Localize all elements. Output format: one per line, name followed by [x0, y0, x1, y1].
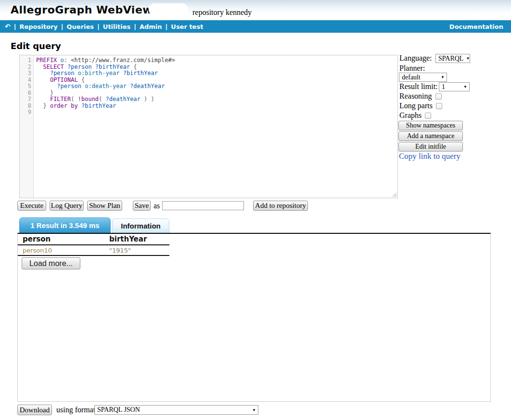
code-token: OPTIONAL [50, 76, 78, 83]
nav-items: |Repository|Queries|Utilities|Admin|User… [11, 23, 204, 30]
back-arrow-icon[interactable]: ↶ [5, 23, 11, 30]
planner-label: Planner: [399, 64, 425, 73]
result-resource-link[interactable]: person10 [18, 247, 104, 254]
code-token: { [133, 64, 137, 70]
nav-item-queries[interactable]: Queries [67, 23, 94, 30]
line-number: 1 [20, 57, 31, 64]
nav-item-documentation[interactable]: Documentation [449, 23, 503, 30]
page-title: Edit query [11, 41, 61, 51]
code-token: SELECT [43, 64, 64, 70]
line-number: 8 [20, 103, 31, 110]
save-name-input[interactable] [162, 201, 244, 210]
allegrograph-webview-page: AllegroGraph WebView repository kennedy … [0, 0, 511, 420]
editor-resize-handle[interactable] [391, 191, 396, 197]
code-token: o:death-year [85, 83, 127, 89]
code-token: } [50, 89, 53, 96]
line-number: 6 [20, 90, 31, 97]
download-format-select[interactable]: SPARQL JSON ▼ [94, 405, 258, 415]
code-line: PREFIX o: <http://www.franz.com/simple#> [36, 57, 397, 64]
show-namespaces-button[interactable]: Show namespaces [398, 121, 463, 130]
result-literal: "1915" [104, 247, 169, 254]
code-token [57, 57, 60, 64]
tab-information[interactable]: Information [112, 218, 169, 233]
code-token: ?deathYear [130, 83, 165, 89]
language-label: Language: [399, 54, 432, 63]
editor-line-numbers: 123456789 [20, 55, 34, 198]
save-as-label: as [153, 202, 160, 210]
code-token [141, 96, 144, 102]
query-editor[interactable]: 123456789 PREFIX o: <http://www.franz.co… [19, 55, 398, 198]
show-plan-button[interactable]: Show Plan [87, 201, 122, 211]
code-token: ?person [57, 83, 81, 89]
chevron-down-icon: ▼ [441, 75, 445, 79]
code-line: SELECT ?person ?birthYear { [36, 64, 397, 71]
code-token: ) [151, 96, 154, 102]
code-token: ?person [67, 64, 92, 70]
line-number: 9 [20, 109, 31, 116]
code-token [74, 70, 77, 76]
results-table: personbirthYearperson10"1915" [18, 234, 169, 256]
code-token [64, 64, 67, 70]
save-button[interactable]: Save [133, 201, 151, 211]
code-token: } [43, 102, 46, 109]
line-number: 2 [20, 64, 31, 71]
code-token [36, 89, 50, 96]
code-token [36, 83, 57, 89]
nav-separator: | [166, 23, 168, 30]
column-header-birthYear: birthYear [104, 235, 169, 243]
nav-item-user-test[interactable]: User test [171, 23, 203, 30]
nav-item-admin[interactable]: Admin [140, 23, 162, 30]
reasoning-checkbox[interactable] [435, 93, 442, 100]
add-a-namespace-button[interactable]: Add a namespace [398, 131, 463, 141]
checkbox-row-long-parts: Long parts [399, 102, 442, 110]
code-token: order by [50, 102, 78, 109]
nav-item-repository[interactable]: Repository [19, 23, 57, 30]
nav-separator: | [134, 23, 136, 30]
using-format-label: using format [56, 406, 95, 414]
code-token [147, 96, 151, 102]
code-token: ?birthYear [123, 70, 158, 76]
chevron-down-icon: ▼ [463, 85, 467, 89]
planner-select[interactable]: default ▼ [399, 73, 447, 82]
line-number: 5 [20, 83, 31, 90]
code-token [36, 96, 50, 102]
result-limit-select-value: 1 [442, 83, 445, 91]
result-limit-select[interactable]: 1 ▼ [439, 82, 470, 91]
nav-bar: ↶ |Repository|Queries|Utilities|Admin|Us… [0, 20, 511, 33]
code-token: ?deathYear [106, 96, 141, 102]
code-token: <http://www.franz.com/simple#> [71, 57, 175, 64]
code-token [78, 102, 81, 109]
checkbox-label: Reasoning [399, 92, 432, 101]
download-button[interactable]: Download [17, 405, 52, 415]
result-limit-label: Result limit: [399, 82, 438, 91]
checkbox-row-reasoning: Reasoning [399, 92, 442, 101]
tab-results[interactable]: 1 Result in 3.549 ms [19, 217, 111, 233]
code-token [36, 102, 43, 109]
execute-button[interactable]: Execute [17, 201, 46, 211]
load-more-button[interactable]: Load more... [22, 257, 80, 269]
nav-separator: | [61, 23, 64, 30]
code-token: { [81, 76, 85, 83]
table-header-row: personbirthYear [18, 234, 169, 245]
table-row: person10"1915" [18, 245, 169, 256]
code-line [36, 109, 397, 116]
copy-link-to-query[interactable]: Copy link to query [399, 152, 460, 161]
add-to-repository-button[interactable]: Add to repository [253, 201, 308, 211]
code-token [47, 102, 50, 109]
checkbox-row-graphs: Graphs [399, 111, 431, 120]
code-line: FILTER( !bound( ?deathYear ) ) [36, 96, 397, 103]
code-token [102, 96, 105, 102]
log-query-button[interactable]: Log Query [50, 201, 84, 211]
code-token [92, 64, 95, 70]
blank-overlay [149, 3, 188, 16]
nav-item-utilities[interactable]: Utilities [103, 23, 130, 30]
long-parts-checkbox[interactable] [436, 103, 442, 109]
code-token: PREFIX [36, 57, 57, 64]
code-token [119, 70, 123, 76]
nav-separator: | [97, 23, 100, 30]
graphs-checkbox[interactable] [425, 113, 431, 119]
language-select[interactable]: SPARQL ▼ [435, 54, 470, 63]
planner-select-value: default [402, 74, 421, 81]
edit-initfile-button[interactable]: Edit initfile [398, 142, 463, 152]
editor-code[interactable]: PREFIX o: <http://www.franz.com/simple#>… [34, 55, 397, 198]
